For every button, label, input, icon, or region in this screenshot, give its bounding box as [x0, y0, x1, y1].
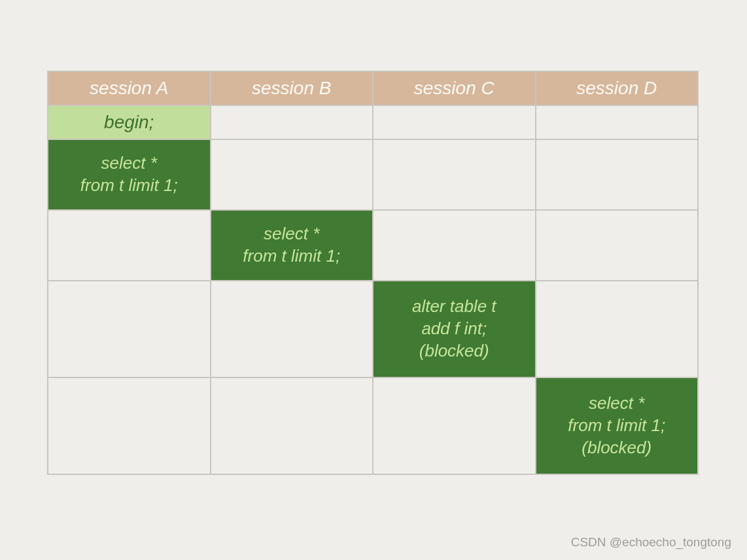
watermark: CSDN @echoecho_tongtong — [571, 535, 731, 550]
col-header-c: session C — [373, 71, 536, 105]
step-row-3: select *from t limit 1; — [48, 210, 698, 281]
col-header-a: session A — [48, 71, 211, 105]
cell-session-c-alter: alter table tadd f int;(blocked) — [373, 281, 535, 377]
cell-session-a-select: select *from t limit 1; — [48, 140, 210, 209]
step-row-1: begin; — [48, 105, 698, 139]
step-row-2: select *from t limit 1; — [48, 139, 698, 210]
cell-session-d-select: select *from t limit 1;(blocked) — [536, 378, 698, 474]
session-lock-diagram: session A session B session C session D … — [47, 71, 699, 475]
col-header-d: session D — [536, 71, 699, 105]
step-row-4: alter table tadd f int;(blocked) — [48, 281, 698, 377]
col-header-b: session B — [211, 71, 373, 105]
cell-begin: begin; — [48, 106, 210, 139]
cell-session-b-select: select *from t limit 1; — [211, 211, 373, 280]
step-row-5: select *from t limit 1;(blocked) — [48, 377, 698, 474]
header-row: session A session B session C session D — [48, 71, 698, 105]
